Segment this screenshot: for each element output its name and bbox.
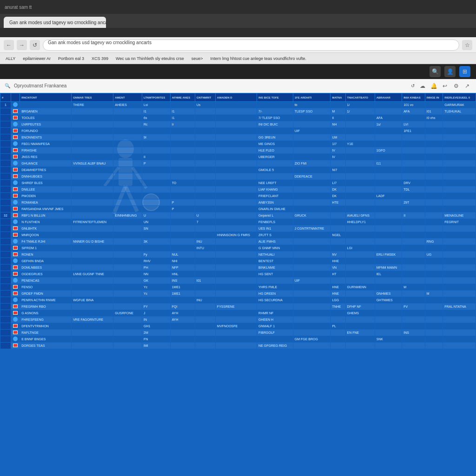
table-cell: 29T [402, 199, 425, 206]
table-row[interactable]: JNSS RESIIUBERGERIV [0, 154, 476, 160]
nav-intern[interactable]: Intern lmg hhtost cue anlege teas voundf… [208, 55, 308, 62]
table-cell: 1/ [345, 102, 375, 108]
table-row[interactable]: LNRPEUTESRcIrINI DIC BUICNH1s/LVI [0, 121, 476, 128]
nav-wec[interactable]: Wec ua nn Thinhleth sly eteulns crse [114, 55, 186, 62]
table-row[interactable]: 1THEREAHEIESLsiUstb1/101 voGARIMURAK [0, 102, 476, 108]
table-row[interactable]: RAFLTNGE2MFIBRGOLFEN FNEINS [0, 330, 476, 336]
table-cell [215, 271, 257, 278]
col-ament: AMENT [113, 93, 142, 102]
bell-icon[interactable]: 🔔 [430, 82, 438, 90]
table-cell [345, 206, 375, 212]
table-cell: FRIEFCLANT [257, 193, 293, 199]
table-row[interactable]: GHUANCEVVINSLE ALBF BNAUPZIO FMII11 [0, 160, 476, 167]
table-row[interactable]: SIFRDM 1INTUG GNMF MNNLGI [0, 245, 476, 251]
table-cell [257, 128, 293, 134]
table-row[interactable]: E BNNF BNGESFNGM FGE BROGSNK [0, 336, 476, 343]
active-tab[interactable]: Gan ank modes usd tagevy wo crnocklling … [4, 17, 106, 28]
table-row[interactable]: GNLBHTKSNUES IN1J CGNTRTNNNTRE [0, 225, 476, 232]
table-row[interactable]: F4 TNMLE RJHINNNER GU D BISHE3KINUALIE F… [0, 238, 476, 245]
table-row[interactable]: FBD1 NMANIFESAME GINOS1I7Y1E [0, 141, 476, 147]
table-cell [215, 245, 257, 251]
table-row[interactable]: FORUNDOUIF1FE1 [0, 128, 476, 134]
table-row[interactable]: DORGES TEASIMINE GFGREG REIG [0, 343, 476, 349]
search-icon-btn[interactable]: 🔍 [430, 66, 441, 77]
table-row[interactable]: TOOLES6sI17/ TLESP SSOIIAFAI0 vhs [0, 115, 476, 121]
table-row[interactable]: RONENFyNULNETHUALINVERLI FMSEKUG [0, 251, 476, 258]
row-number [0, 343, 11, 349]
table-cell [402, 297, 425, 304]
table-cell [331, 278, 345, 284]
table-row[interactable]: GEFHIN BNDARHVNHIBENTESTHHE [0, 258, 476, 264]
url-bar[interactable]: Gan ank modes usd tagevy wo crnocklling … [43, 40, 459, 51]
col-ltnm: LTNMTPORITES [142, 93, 170, 102]
table-cell: 9I [142, 134, 170, 141]
flag-icon [13, 129, 18, 132]
table-row[interactable]: DNNHUBGESDDEFEACE [0, 173, 476, 180]
star-button[interactable]: ☆ [462, 40, 472, 50]
table-row[interactable]: PENENCASGKINSI01UIF [0, 278, 476, 284]
table-row[interactable]: FIRHISHEHLE FLEOIV1GFO [0, 147, 476, 154]
table-row[interactable]: FREGRMH RBOFYFQIFYSSRENETNHEDFHP NFFVFRA… [0, 304, 476, 310]
table-row[interactable]: ENONNENTS9IGG 3REUNUM [0, 134, 476, 141]
nav-ally[interactable]: ALLY [4, 55, 17, 62]
table-cell: FENBEFLS [257, 219, 293, 225]
nav-epilar[interactable]: epilarniewer Ar [21, 55, 53, 62]
user-icon-btn[interactable]: 👤 [444, 66, 456, 77]
table-row[interactable]: ROMANEAPANBY3SNHTE29T [0, 199, 476, 206]
table-cell [402, 160, 425, 167]
table-cell: MENAGLINE [443, 212, 476, 219]
back-button[interactable]: ← [4, 40, 14, 50]
table-row[interactable]: OGDEGRUESLNNE GUGNF TNNENNHNLHG SENTHTIE… [0, 271, 476, 278]
table-cell: PENRN ACTHN RNWE [20, 297, 72, 304]
table-row[interactable]: G ASNONSGUSRFONEJAYHRHMR NFGHEMS [0, 310, 476, 317]
table-row[interactable]: DOMLNBEESPHNFPBINKLNMEVNMFNM MAMN [0, 264, 476, 271]
table-cell: Ir [170, 121, 195, 128]
table-row[interactable]: DEAMHEFTRESGMOILE 5NI7 [0, 167, 476, 173]
table-cell [331, 336, 345, 343]
nav-xcs[interactable]: XCS 399 [90, 55, 110, 62]
table-row[interactable]: DNILLEELIAF KHANGDKTDL [0, 186, 476, 193]
table-cell: IEL [375, 271, 402, 278]
table-cell [375, 245, 402, 251]
table-cell [113, 193, 142, 199]
player-flag [11, 160, 20, 167]
cloud-icon[interactable]: ☁ [418, 82, 427, 90]
table-row[interactable]: 32RBF1 N BILLUNEINNHNBUNGUUGepanst LGRUC… [0, 212, 476, 219]
external-icon[interactable]: ↗ [463, 82, 471, 90]
table-cell [142, 193, 170, 199]
table-cell [331, 245, 345, 251]
table-row[interactable]: SHIREF BLESTONEE LREFTLI7DRV [0, 180, 476, 186]
table-cell: DK [331, 193, 345, 199]
table-cell [215, 160, 257, 167]
table-cell [443, 291, 476, 297]
table-cell [113, 128, 142, 134]
table-row[interactable]: GRDEF FMDNYc1ME1HG DREENHNEGNHMESM [0, 291, 476, 297]
forward-button[interactable]: → [17, 40, 27, 50]
reload-button[interactable]: ↺ [30, 40, 40, 50]
table-cell: I1 [170, 108, 195, 115]
table-cell [72, 167, 113, 173]
table-cell: NUL [170, 251, 195, 258]
table-cell [215, 154, 257, 160]
table-row[interactable]: MNRQOONHNNNSOKIN G FMRSZRJTT SNGEL [0, 232, 476, 238]
table-row[interactable]: BRGANENI1I17/-TLESP SSOM1/AFAI01TLEHUKAL [0, 108, 476, 115]
table-cell [72, 141, 113, 147]
table-cell [142, 186, 170, 193]
table-cell: 1ME1 [170, 291, 195, 297]
back-icon[interactable]: ↩ [441, 82, 449, 90]
table-row[interactable]: PENRN ACTHN RNWEWGFUE BINAINUHG SECURDNA… [0, 297, 476, 304]
table-cell [293, 330, 331, 336]
table-cell [113, 297, 142, 304]
table-row[interactable]: FHRESFEENGVRE FAGORNTUREINAYHGHEEN H [0, 317, 476, 323]
grid-icon-btn[interactable]: ⊞ [459, 66, 470, 77]
table-row[interactable]: PMODENFRIEFCLANTDKLADF [0, 193, 476, 199]
settings-icon[interactable]: ⚙ [452, 82, 460, 90]
table-cell [345, 297, 375, 304]
table-row[interactable]: FARSANDHA VWVNF JMESPGNARLIN GMLHE [0, 206, 476, 212]
table-row[interactable]: N FLNTHENFITRENNTEFTLEMENUN7FENBEFLSHHEL… [0, 219, 476, 225]
nav-portbom[interactable]: Portbom eal 3 [56, 55, 86, 62]
table-row[interactable]: DFENTVTRMHONGH1MVFNOOSFEGNMALF 1PL [0, 323, 476, 330]
nav-seue[interactable]: seue> [190, 55, 205, 62]
table-cell [443, 180, 476, 186]
table-row[interactable]: FENSOYc1ME1YHRS FMLEHNEGURNMENNM [0, 284, 476, 291]
